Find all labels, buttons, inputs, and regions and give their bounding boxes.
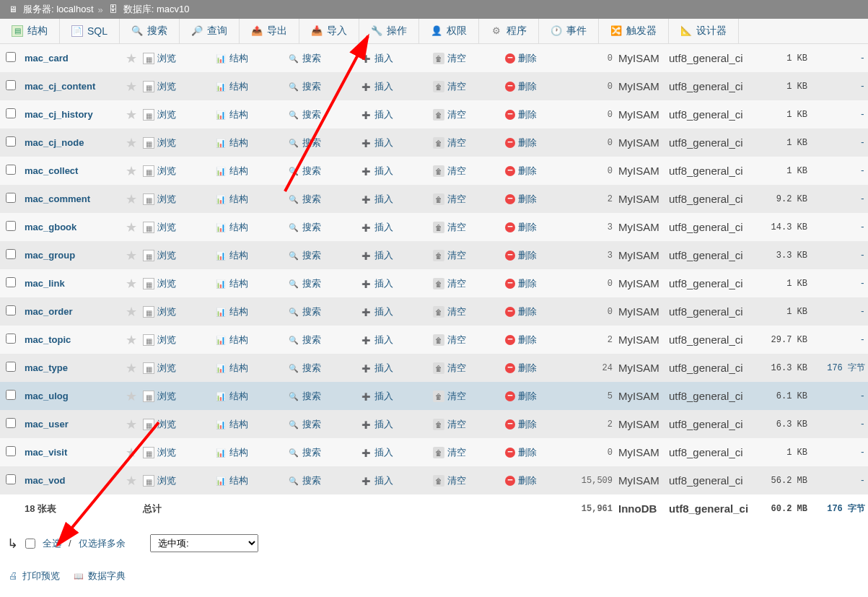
table-name-link[interactable]: mac_ulog (25, 391, 69, 401)
row-checkbox[interactable] (6, 334, 16, 344)
action-empty[interactable]: 清空 (433, 249, 466, 262)
action-structure[interactable]: 结构 (215, 446, 248, 459)
row-checkbox[interactable] (6, 221, 16, 231)
action-insert[interactable]: 插入 (360, 221, 393, 234)
table-name-link[interactable]: mac_user (25, 419, 69, 430)
action-insert[interactable]: 插入 (360, 249, 393, 262)
check-overhead-link[interactable]: 仅选择多余 (79, 537, 126, 550)
action-browse[interactable]: 浏览 (143, 165, 176, 178)
tab-routines[interactable]: 程序 (479, 19, 539, 43)
action-structure[interactable]: 结构 (215, 108, 248, 121)
action-search[interactable]: 搜索 (288, 80, 321, 93)
favorite-star-icon[interactable]: ★ (126, 192, 137, 206)
tab-structure[interactable]: 结构 (0, 19, 60, 43)
action-search[interactable]: 搜索 (288, 136, 321, 149)
table-name-link[interactable]: mac_cj_node (25, 137, 84, 148)
action-structure[interactable]: 结构 (215, 249, 248, 262)
table-name-link[interactable]: mac_group (25, 250, 75, 261)
action-browse[interactable]: 浏览 (143, 108, 176, 121)
action-insert[interactable]: 插入 (360, 80, 393, 93)
action-insert[interactable]: 插入 (360, 446, 393, 459)
action-insert[interactable]: 插入 (360, 474, 393, 487)
tab-triggers[interactable]: 触发器 (599, 19, 669, 43)
action-drop[interactable]: 删除 (505, 474, 537, 487)
tab-search[interactable]: 搜索 (120, 19, 180, 43)
action-browse[interactable]: 浏览 (143, 277, 176, 290)
action-search[interactable]: 搜索 (288, 362, 321, 375)
data-dictionary-link[interactable]: 数据字典 (73, 570, 126, 583)
action-browse[interactable]: 浏览 (143, 80, 176, 93)
action-empty[interactable]: 清空 (433, 52, 466, 65)
action-search[interactable]: 搜索 (288, 277, 321, 290)
row-checkbox[interactable] (6, 474, 16, 484)
action-drop[interactable]: 删除 (505, 446, 537, 459)
tab-sql[interactable]: SQL (60, 19, 120, 43)
action-drop[interactable]: 删除 (505, 418, 537, 431)
table-name-link[interactable]: mac_cj_history (25, 109, 93, 120)
row-checkbox[interactable] (6, 136, 16, 147)
table-name-link[interactable]: mac_card (25, 53, 69, 64)
table-name-link[interactable]: mac_gbook (25, 222, 76, 232)
action-drop[interactable]: 删除 (505, 165, 537, 178)
action-search[interactable]: 搜索 (288, 52, 321, 65)
favorite-star-icon[interactable]: ★ (126, 79, 137, 94)
breadcrumb-database[interactable]: 数据库: macv10 (123, 3, 190, 16)
action-empty[interactable]: 清空 (433, 277, 466, 290)
action-structure[interactable]: 结构 (215, 165, 248, 178)
action-drop[interactable]: 删除 (505, 108, 537, 121)
row-checkbox[interactable] (6, 362, 16, 372)
action-insert[interactable]: 插入 (360, 334, 393, 347)
action-search[interactable]: 搜索 (288, 249, 321, 262)
favorite-star-icon[interactable]: ★ (126, 389, 137, 404)
action-empty[interactable]: 清空 (433, 334, 466, 347)
favorite-star-icon[interactable]: ★ (126, 136, 137, 150)
action-drop[interactable]: 删除 (505, 136, 537, 149)
check-all-checkbox[interactable] (25, 539, 35, 549)
table-name-link[interactable]: mac_vod (25, 475, 65, 486)
action-insert[interactable]: 插入 (360, 165, 393, 178)
action-insert[interactable]: 插入 (360, 305, 393, 318)
row-checkbox[interactable] (6, 390, 16, 400)
action-browse[interactable]: 浏览 (143, 305, 176, 318)
action-search[interactable]: 搜索 (288, 193, 321, 206)
favorite-star-icon[interactable]: ★ (126, 361, 137, 375)
tab-operations[interactable]: 操作 (359, 19, 419, 43)
action-drop[interactable]: 删除 (505, 334, 537, 347)
action-structure[interactable]: 结构 (215, 362, 248, 375)
action-drop[interactable]: 删除 (505, 390, 537, 403)
action-insert[interactable]: 插入 (360, 418, 393, 431)
action-insert[interactable]: 插入 (360, 362, 393, 375)
action-search[interactable]: 搜索 (288, 334, 321, 347)
tab-events[interactable]: 事件 (539, 19, 599, 43)
action-search[interactable]: 搜索 (288, 418, 321, 431)
action-browse[interactable]: 浏览 (143, 249, 176, 262)
action-search[interactable]: 搜索 (288, 108, 321, 121)
row-checkbox[interactable] (6, 52, 16, 62)
action-insert[interactable]: 插入 (360, 108, 393, 121)
action-structure[interactable]: 结构 (215, 221, 248, 234)
action-browse[interactable]: 浏览 (143, 390, 176, 403)
action-structure[interactable]: 结构 (215, 277, 248, 290)
action-insert[interactable]: 插入 (360, 390, 393, 403)
action-insert[interactable]: 插入 (360, 193, 393, 206)
favorite-star-icon[interactable]: ★ (126, 164, 137, 178)
action-drop[interactable]: 删除 (505, 221, 537, 234)
action-empty[interactable]: 清空 (433, 136, 466, 149)
check-all-link[interactable]: 全选 (43, 537, 61, 550)
tab-designer[interactable]: 设计器 (669, 19, 739, 43)
table-name-link[interactable]: mac_type (25, 362, 68, 373)
action-drop[interactable]: 删除 (505, 277, 537, 290)
favorite-star-icon[interactable]: ★ (126, 108, 137, 122)
table-name-link[interactable]: mac_collect (25, 165, 78, 176)
action-structure[interactable]: 结构 (215, 136, 248, 149)
tab-query[interactable]: 查询 (180, 19, 240, 43)
action-drop[interactable]: 删除 (505, 80, 537, 93)
row-checkbox[interactable] (6, 305, 16, 315)
action-structure[interactable]: 结构 (215, 193, 248, 206)
favorite-star-icon[interactable]: ★ (126, 276, 137, 291)
action-drop[interactable]: 删除 (505, 52, 537, 65)
action-empty[interactable]: 清空 (433, 474, 466, 487)
action-browse[interactable]: 浏览 (143, 446, 176, 459)
action-search[interactable]: 搜索 (288, 446, 321, 459)
favorite-star-icon[interactable]: ★ (126, 51, 137, 66)
